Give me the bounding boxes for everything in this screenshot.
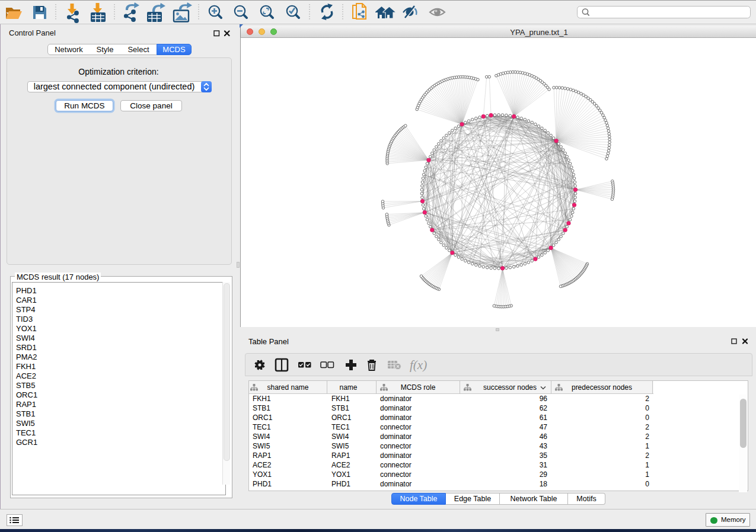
svg-text:f(x): f(x): [410, 358, 427, 372]
